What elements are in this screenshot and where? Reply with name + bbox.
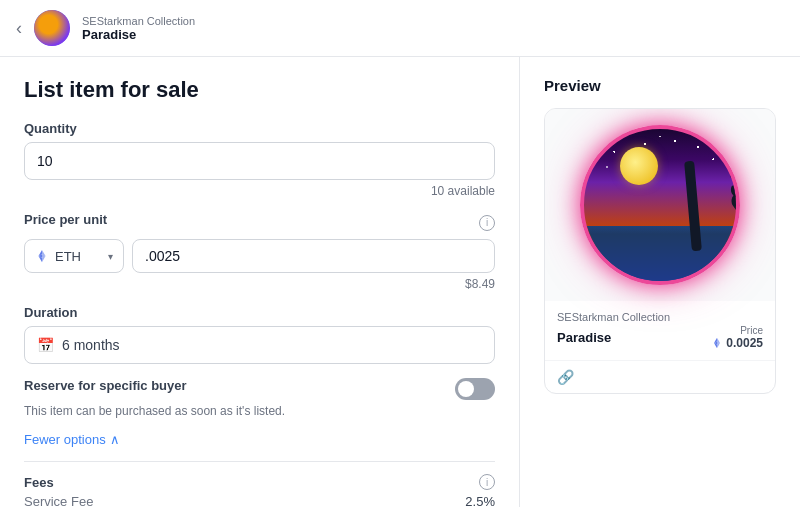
reserve-description: This item can be purchased as soon as it… — [24, 404, 495, 418]
fewer-options-label: Fewer options — [24, 432, 106, 447]
price-label: Price per unit — [24, 212, 107, 227]
preview-title: Preview — [544, 77, 776, 94]
preview-price-number: 0.0025 — [726, 336, 763, 350]
reserve-row: Reserve for specific buyer — [24, 378, 495, 400]
preview-bottom-row: Paradise Price 0.0 — [557, 325, 763, 350]
price-usd: $8.49 — [24, 277, 495, 291]
quantity-label: Quantity — [24, 121, 495, 136]
calendar-icon: 📅 — [37, 337, 54, 353]
nft-artwork — [580, 125, 740, 285]
duration-label: Duration — [24, 305, 495, 320]
quantity-section: Quantity 10 available — [24, 121, 495, 198]
back-button[interactable]: ‹ — [16, 18, 22, 39]
link-icon[interactable]: 🔗 — [557, 369, 574, 385]
avatar — [34, 10, 70, 46]
moon-element — [620, 147, 658, 185]
service-fee-value: 2.5% — [465, 494, 495, 507]
price-info-icon[interactable]: i — [479, 215, 495, 231]
main-layout: List item for sale Quantity 10 available… — [0, 57, 800, 507]
header-collection-name: SEStarkman Collection — [82, 15, 195, 27]
right-panel: Preview — [520, 57, 800, 507]
preview-price-value: 0.0025 — [711, 336, 763, 350]
fewer-options-link[interactable]: Fewer options ∧ — [24, 432, 495, 447]
toggle-thumb — [458, 381, 474, 397]
duration-text: 6 months — [62, 337, 120, 353]
reserve-text: Reserve for specific buyer — [24, 378, 187, 393]
palm-tree — [656, 131, 726, 251]
service-fee-label: Service Fee — [24, 494, 93, 507]
header: ‹ SEStarkman Collection Paradise — [0, 0, 800, 57]
price-input-row: ETH ▾ — [24, 239, 495, 273]
eth-icon — [35, 249, 49, 263]
fees-row: Service Fee 2.5% — [24, 494, 495, 507]
fees-header: Fees i — [24, 474, 495, 490]
leaf-3 — [729, 128, 740, 170]
chevron-down-icon: ▾ — [108, 251, 113, 262]
preview-info: SEStarkman Collection Paradise Price — [545, 301, 775, 360]
preview-item-name: Paradise — [557, 330, 611, 345]
duration-input[interactable]: 📅 6 months — [24, 326, 495, 364]
reserve-title: Reserve for specific buyer — [24, 378, 187, 393]
reserve-section: Reserve for specific buyer This item can… — [24, 378, 495, 418]
quantity-hint: 10 available — [24, 184, 495, 198]
preview-price-section: Price 0.0025 — [711, 325, 763, 350]
palm-trunk — [684, 161, 702, 252]
preview-card: SEStarkman Collection Paradise Price — [544, 108, 776, 394]
left-panel: List item for sale Quantity 10 available… — [0, 57, 520, 507]
header-item-name: Paradise — [82, 27, 195, 42]
preview-price-label: Price — [711, 325, 763, 336]
currency-select[interactable]: ETH ▾ — [24, 239, 124, 273]
preview-eth-icon — [711, 337, 723, 349]
preview-collection-name: SEStarkman Collection — [557, 311, 763, 323]
chevron-up-icon: ∧ — [110, 432, 120, 447]
price-label-row: Price per unit i — [24, 212, 495, 233]
price-section: Price per unit i ETH ▾ — [24, 212, 495, 291]
toggle-track — [455, 378, 495, 400]
preview-actions: 🔗 — [545, 360, 775, 393]
fees-title: Fees — [24, 475, 54, 490]
page-title: List item for sale — [24, 77, 495, 103]
quantity-input[interactable] — [24, 142, 495, 180]
header-text: SEStarkman Collection Paradise — [82, 15, 195, 42]
fees-section: Fees i Service Fee 2.5% — [24, 461, 495, 507]
preview-image-container — [545, 109, 775, 301]
reserve-toggle[interactable] — [455, 378, 495, 400]
fees-info-icon[interactable]: i — [479, 474, 495, 490]
price-value-input[interactable] — [132, 239, 495, 273]
currency-label: ETH — [55, 249, 81, 264]
duration-section: Duration 📅 6 months — [24, 305, 495, 364]
